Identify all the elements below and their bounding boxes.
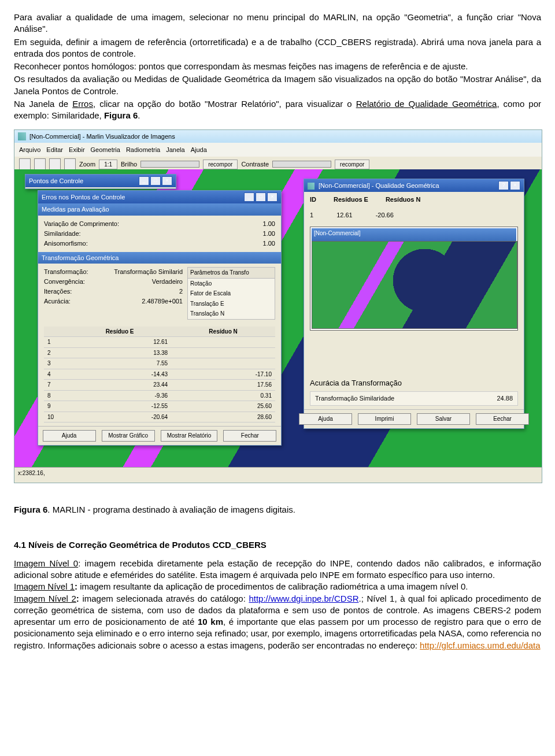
minimize-icon[interactable]: _ bbox=[139, 176, 149, 186]
value: 1.00 bbox=[263, 220, 275, 228]
mostrar-grafico-button[interactable]: Mostrar Gráfico bbox=[102, 430, 155, 442]
param-row: Rotação bbox=[188, 279, 275, 289]
minimize-icon[interactable]: _ bbox=[244, 192, 254, 202]
col-resn: Resíduos N bbox=[386, 195, 421, 204]
qualidade-window: [Non-Commercial] - Qualidade Geométrica … bbox=[304, 179, 524, 429]
table-row: 112.61 bbox=[44, 337, 275, 348]
mostrar-relatorio-button[interactable]: Mostrar Relatório bbox=[161, 430, 218, 442]
nivel0-text: : imagem recebida diretamente pela estaç… bbox=[14, 558, 541, 580]
intro-figref: Figura 6 bbox=[104, 110, 138, 120]
value: 1.00 bbox=[263, 239, 275, 248]
val-id: 1 bbox=[310, 211, 313, 220]
close-icon[interactable]: × bbox=[162, 176, 172, 186]
pontos-title: Pontos de Controle bbox=[29, 177, 83, 186]
label: Convergência: bbox=[44, 277, 85, 286]
nivel1-paragraph: Imagem Nível 1: imagem resultante da apl… bbox=[14, 581, 541, 592]
statusbar: x:2382.16, bbox=[14, 467, 542, 483]
toolbar-icon[interactable] bbox=[34, 158, 46, 170]
intro-p2: Em seguida, definir a imagem de referênc… bbox=[14, 36, 541, 60]
maximize-icon[interactable]: □ bbox=[150, 176, 161, 186]
inner-map[interactable] bbox=[312, 241, 517, 329]
marlin-screenshot: [Non-Commercial] - Marlin Visualizador d… bbox=[14, 129, 542, 483]
intro-relatorio-underline: Relatório de Qualidade Geométrica bbox=[356, 99, 497, 109]
nivel2-label: Imagem Nível 2 bbox=[14, 594, 76, 603]
pontos-controle-window[interactable]: Pontos de Controle _ □ × bbox=[25, 174, 176, 189]
intro-p1: Para avaliar a qualidade de uma imagem, … bbox=[14, 12, 541, 35]
qualidade-title: [Non-Commercial] - Qualidade Geométrica bbox=[319, 182, 439, 189]
menu-editar[interactable]: Editar bbox=[46, 146, 63, 154]
value: Verdadeiro bbox=[152, 277, 183, 286]
th: Resíduo E bbox=[68, 327, 171, 337]
salvar-button[interactable]: Salvar bbox=[417, 413, 470, 425]
table-row: 213.38 bbox=[44, 347, 275, 358]
label: Acurácia: bbox=[44, 297, 71, 306]
catalogo-link[interactable]: http://www.dgi.inpe.br/CDSR bbox=[249, 594, 358, 603]
param-header: Parâmetros da Transfo bbox=[188, 268, 275, 279]
toolbar-icon[interactable] bbox=[49, 158, 61, 170]
menu-janela[interactable]: Janela bbox=[166, 146, 184, 154]
inner-titlebar: [Non-Commercial] bbox=[312, 228, 516, 241]
menu-exibir[interactable]: Exibir bbox=[69, 146, 85, 154]
table-row: 8-9.360.31 bbox=[44, 390, 275, 401]
acuracia-value: 24.88 bbox=[497, 394, 513, 403]
intro-p5b: , clicar na opção do botão "Mostrar Rela… bbox=[93, 99, 356, 109]
slider-icon[interactable] bbox=[140, 161, 199, 168]
param-row: Translação E bbox=[188, 299, 275, 309]
caption-rest: . MARLIN - programa destinado à avaliaçã… bbox=[47, 505, 295, 514]
ajuda-button[interactable]: Ajuda bbox=[299, 413, 352, 425]
table-row: 37.55 bbox=[44, 358, 275, 369]
nivel2-10km: 10 km bbox=[198, 617, 223, 627]
resid-table: Resíduo E Resíduo N 112.61213.3837.554-1… bbox=[44, 327, 275, 423]
menu-arquivo[interactable]: Arquivo bbox=[19, 146, 40, 154]
value: Transformação Similarid bbox=[114, 268, 183, 276]
imprimir-button[interactable]: Imprimi bbox=[358, 413, 411, 425]
app-icon bbox=[18, 132, 26, 140]
section-4-1-heading: 4.1 Níveis de Correção Geométrica de Pro… bbox=[14, 539, 541, 551]
toolbar-recompor[interactable]: recompor bbox=[203, 160, 238, 170]
intro-p5: Na Janela de Erros, clicar na opção do b… bbox=[14, 98, 541, 122]
app-icon bbox=[308, 183, 314, 190]
col-id: ID bbox=[310, 195, 316, 204]
toolbar-ratio[interactable]: 1:1 bbox=[99, 160, 117, 170]
fechar-button[interactable]: Fechar bbox=[223, 430, 276, 442]
param-row: Fator de Escala bbox=[188, 288, 275, 299]
menu-ajuda[interactable]: Ajuda bbox=[191, 146, 207, 154]
nivel0-label: Imagem Nível 0 bbox=[14, 558, 78, 568]
table-row: 10-20.6428.60 bbox=[44, 412, 275, 423]
menu-radiometria[interactable]: Radiometria bbox=[126, 146, 160, 154]
toolbar-recompor[interactable]: recompor bbox=[335, 160, 369, 170]
label: Similaridade: bbox=[44, 229, 81, 238]
nivel2-paragraph: Imagem Nível 2: imagem selecionada atrav… bbox=[14, 593, 541, 651]
help-icon[interactable]: ? bbox=[498, 181, 509, 190]
menu-geometria[interactable]: Geometria bbox=[91, 146, 120, 154]
marlin-menubar: Arquivo Editar Exibir Geometria Radiomet… bbox=[14, 143, 542, 157]
close-icon[interactable]: × bbox=[267, 192, 278, 202]
param-row: Translação N bbox=[188, 309, 275, 319]
acuracia-label: Transformação Similaridade bbox=[315, 394, 394, 403]
erros-title: Erros nos Pontos de Controle bbox=[42, 193, 125, 202]
col-rese: Resíduos E bbox=[334, 195, 368, 204]
label: Transformação: bbox=[44, 268, 88, 276]
toolbar-icon[interactable] bbox=[64, 158, 76, 170]
fechar-button[interactable]: Eechar bbox=[476, 413, 529, 425]
close-icon[interactable]: × bbox=[510, 181, 520, 190]
slider-icon[interactable] bbox=[272, 161, 331, 168]
label: Anisomorfismo: bbox=[44, 239, 88, 248]
glcf-link[interactable]: http://glcf.umiacs.umd.edu/data bbox=[420, 640, 540, 650]
nivel2-text-a: imagem selecionada através do catálogo: bbox=[79, 594, 249, 603]
toolbar-icon[interactable] bbox=[19, 158, 31, 170]
acuracia-heading: Acurácia da Transformação bbox=[310, 378, 518, 388]
ajuda-button[interactable]: Ajuda bbox=[43, 430, 96, 442]
maximize-icon[interactable]: □ bbox=[256, 192, 266, 202]
intro-p4: Os resultados da avaliação ou Medidas de… bbox=[14, 73, 541, 97]
table-row: 723.4417.56 bbox=[44, 380, 275, 391]
table-row: 9-12.5525.60 bbox=[44, 401, 275, 412]
intro-p5d: . bbox=[138, 110, 140, 120]
label: Iterações: bbox=[44, 287, 72, 296]
toolbar-contraste-label: Contraste bbox=[241, 160, 269, 169]
caption-bold: Figura 6 bbox=[14, 505, 47, 514]
table-row: 4-14.43-17.10 bbox=[44, 369, 275, 380]
toolbar-brilho-label: Brilho bbox=[121, 160, 137, 169]
value: 2 bbox=[179, 287, 183, 296]
erros-sec-medidas: Medidas para Avaliação bbox=[38, 203, 281, 216]
